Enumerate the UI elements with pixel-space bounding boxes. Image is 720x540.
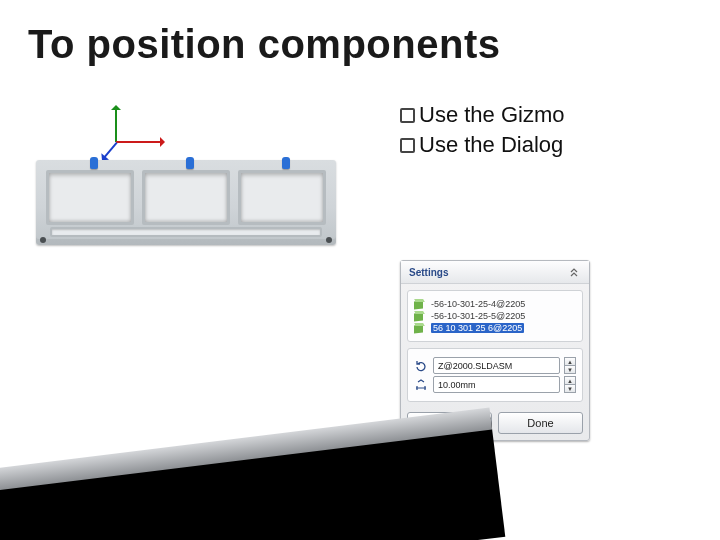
hole-icon [326,237,332,243]
slide-title: To position components [28,22,500,67]
component-icon [414,311,426,321]
pin-icon [282,157,290,169]
bullet-item: Use the Dialog [400,130,565,160]
checkbox-icon [400,108,415,123]
spin-down-icon[interactable]: ▼ [564,365,576,374]
rotate-field[interactable]: Z@2000.SLDASM [433,357,560,374]
part-frame [36,160,336,245]
hole-icon [40,237,46,243]
component-name-selected: 56 10 301 25 6@2205 [431,323,524,333]
rotate-icon [414,359,428,373]
distance-icon [414,378,428,392]
spin-down-icon[interactable]: ▼ [564,384,576,393]
transform-group: Z@2000.SLDASM ▲ ▼ 10.00mm ▲ ▼ [407,348,583,402]
component-icon [414,299,426,309]
slide-accent [0,418,505,540]
axis-x-icon [116,141,162,143]
bullet-item: Use the Gizmo [400,100,565,130]
cad-part-figure [26,100,346,310]
checkbox-icon [400,138,415,153]
list-item[interactable]: -56-10-301-25-4@2205 [414,299,576,309]
bottom-slot [50,227,322,237]
rotate-value: Z@2000.SLDASM [438,361,512,371]
distance-field[interactable]: 10.00mm [433,376,560,393]
distance-spinner[interactable]: ▲ ▼ [564,376,576,393]
bullet-text: Use the Dialog [419,132,563,157]
pin-icon [186,157,194,169]
spin-up-icon[interactable]: ▲ [564,357,576,365]
bullet-text: Use the Gizmo [419,102,565,127]
window-cutout [238,170,326,225]
bullet-list: Use the Gizmo Use the Dialog [400,100,565,159]
pin-icon [90,157,98,169]
chevron-up-double-icon [569,267,579,277]
component-name: -56-10-301-25-4@2205 [431,299,525,309]
component-name: -56-10-301-25-5@2205 [431,311,525,321]
done-button[interactable]: Done [498,412,583,434]
spin-up-icon[interactable]: ▲ [564,376,576,384]
dialog-title: Settings [409,267,448,278]
list-item[interactable]: -56-10-301-25-5@2205 [414,311,576,321]
rotate-row: Z@2000.SLDASM ▲ ▼ [414,357,576,374]
axis-y-icon [115,108,117,142]
list-item[interactable]: 56 10 301 25 6@2205 [414,323,576,333]
dialog-header: Settings [401,261,589,284]
window-cutout [142,170,230,225]
component-icon [414,323,426,333]
axis-z-icon [103,142,117,159]
collapse-button[interactable] [567,265,581,279]
distance-row: 10.00mm ▲ ▼ [414,376,576,393]
distance-value: 10.00mm [438,380,476,390]
rotate-spinner[interactable]: ▲ ▼ [564,357,576,374]
window-cutout [46,170,134,225]
settings-dialog: Settings -56-10-301-25-4@2205 -56-10-301… [400,260,590,441]
selection-group: -56-10-301-25-4@2205 -56-10-301-25-5@220… [407,290,583,342]
